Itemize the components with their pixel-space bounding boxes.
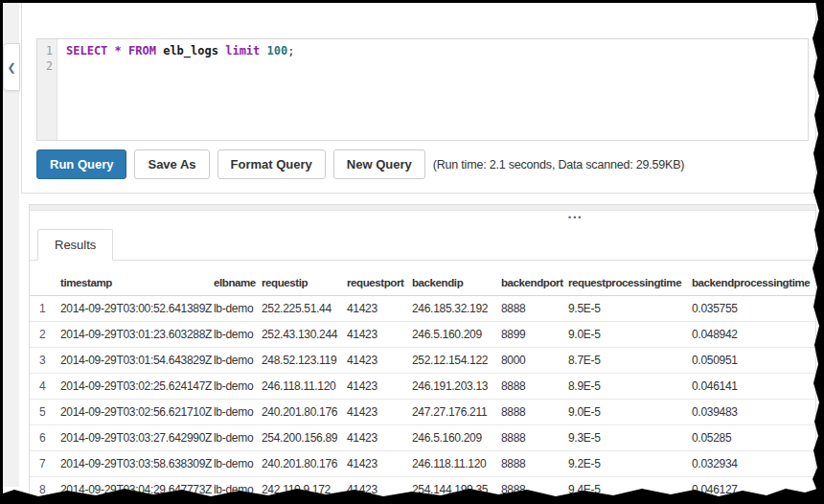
table-cell: 41423 bbox=[347, 400, 412, 425]
code-line[interactable]: SELECT * FROM elb_logs limit 100; bbox=[57, 39, 808, 140]
table-cell: 9.5E-5 bbox=[568, 296, 692, 322]
code-token: SELECT bbox=[66, 44, 115, 57]
table-cell: 2014-09-29T03:03:58.638309Z bbox=[60, 451, 214, 477]
table-cell: 8888 bbox=[501, 451, 568, 477]
table-cell: 0.050951 bbox=[692, 348, 824, 374]
table-cell: 8888 bbox=[501, 400, 568, 425]
table-cell: 9.2E-5 bbox=[568, 451, 692, 477]
row-number: 2 bbox=[30, 322, 60, 348]
table-row: 12014-09-29T03:00:52.641389Zlb-demo252.2… bbox=[30, 296, 824, 322]
table-cell: lb-demo bbox=[214, 322, 262, 348]
resize-handle-icon[interactable]: ••• bbox=[568, 213, 583, 222]
code-token: FROM bbox=[128, 44, 163, 57]
table-cell: 41423 bbox=[347, 451, 412, 477]
table-row: 22014-09-29T03:01:23.603288Zlb-demo252.4… bbox=[30, 322, 824, 348]
save-as-button[interactable]: Save As bbox=[134, 149, 209, 179]
row-number: 7 bbox=[30, 451, 60, 477]
table-cell: lb-demo bbox=[214, 400, 262, 425]
table-cell: 8888 bbox=[501, 296, 568, 322]
row-number: 1 bbox=[30, 296, 60, 322]
column-header: requestport bbox=[347, 270, 412, 296]
column-header: elbname bbox=[214, 270, 262, 296]
results-tab-bar: Results bbox=[30, 230, 815, 261]
code-token: * bbox=[115, 44, 128, 57]
results-header-row: timestampelbnamerequestiprequestportback… bbox=[30, 270, 824, 296]
table-cell: 8888 bbox=[501, 374, 568, 400]
table-cell: lb-demo bbox=[214, 296, 262, 322]
table-row: 62014-09-29T03:03:27.642990Zlb-demo254.2… bbox=[30, 425, 824, 451]
sql-editor[interactable]: 12 SELECT * FROM elb_logs limit 100; bbox=[36, 38, 809, 141]
table-cell: 41423 bbox=[347, 348, 412, 374]
editor-gutter: 12 bbox=[37, 39, 57, 140]
table-cell: 0.032934 bbox=[692, 451, 824, 477]
code-token: elb_logs bbox=[163, 44, 225, 57]
table-cell: 248.52.123.119 bbox=[262, 348, 347, 374]
table-cell: 2014-09-29T03:00:52.641389Z bbox=[60, 296, 214, 322]
table-cell: 2014-09-29T03:01:54.643829Z bbox=[60, 348, 214, 374]
table-cell: 252.12.154.122 bbox=[412, 348, 501, 374]
table-cell: 246.191.203.13 bbox=[412, 374, 501, 400]
chevron-left-icon: ❮ bbox=[7, 62, 15, 73]
code-token: ; bbox=[287, 44, 294, 57]
column-header: backendport bbox=[501, 270, 568, 296]
table-cell: 41423 bbox=[347, 374, 412, 400]
table-row: 52014-09-29T03:02:56.621710Zlb-demo240.2… bbox=[30, 400, 824, 425]
frame-border-left bbox=[0, 0, 3, 504]
table-cell: 246.5.160.209 bbox=[412, 322, 501, 348]
table-cell: 0.039483 bbox=[692, 400, 824, 425]
table-cell: lb-demo bbox=[214, 425, 262, 451]
table-cell: 246.185.32.192 bbox=[412, 296, 501, 322]
format-query-button[interactable]: Format Query bbox=[217, 149, 326, 179]
table-cell: 0.05285 bbox=[692, 425, 824, 451]
table-cell: 247.27.176.211 bbox=[412, 400, 501, 425]
results-table: timestampelbnamerequestiprequestportback… bbox=[30, 270, 824, 503]
column-header: backendprocessingtime bbox=[692, 270, 824, 296]
column-header bbox=[30, 270, 60, 296]
column-header: backendip bbox=[412, 270, 501, 296]
table-cell: lb-demo bbox=[214, 451, 262, 477]
torn-edge-right bbox=[811, 0, 824, 504]
collapse-panel-button[interactable]: ❮ bbox=[3, 43, 20, 91]
code-token: limit bbox=[225, 44, 266, 57]
new-query-button[interactable]: New Query bbox=[333, 149, 425, 179]
table-cell: 0.048942 bbox=[692, 322, 824, 348]
row-number: 6 bbox=[30, 425, 60, 451]
row-number: 5 bbox=[30, 400, 60, 425]
table-cell: 246.5.160.209 bbox=[412, 425, 501, 451]
query-toolbar: Run Query Save As Format Query New Query… bbox=[29, 149, 684, 179]
torn-edge-bottom bbox=[0, 487, 824, 504]
table-cell: lb-demo bbox=[214, 348, 262, 374]
panel-divider[interactable] bbox=[30, 205, 815, 211]
table-cell: 240.201.80.176 bbox=[262, 451, 347, 477]
run-query-button[interactable]: Run Query bbox=[36, 149, 126, 179]
column-header: timestamp bbox=[60, 270, 214, 296]
table-cell: 8888 bbox=[501, 425, 568, 451]
line-number: 2 bbox=[37, 58, 53, 74]
run-stats-text: (Run time: 2.1 seconds, Data scanned: 29… bbox=[433, 158, 684, 172]
row-number: 4 bbox=[30, 374, 60, 400]
table-cell: 240.201.80.176 bbox=[262, 400, 347, 425]
results-panel: ••• Results timestampelbnamerequestipreq… bbox=[29, 204, 816, 504]
table-cell: 252.43.130.244 bbox=[262, 322, 347, 348]
code-token: 100 bbox=[267, 44, 288, 57]
table-cell: 246.118.11.120 bbox=[262, 374, 347, 400]
table-cell: 246.118.11.120 bbox=[412, 451, 501, 477]
table-cell: 0.046141 bbox=[692, 374, 824, 400]
table-cell: 9.0E-5 bbox=[568, 400, 692, 425]
table-cell: 2014-09-29T03:02:56.621710Z bbox=[60, 400, 214, 425]
table-cell: 254.200.156.89 bbox=[262, 425, 347, 451]
table-cell: 252.225.51.44 bbox=[262, 296, 347, 322]
table-cell: 2014-09-29T03:03:27.642990Z bbox=[60, 425, 214, 451]
table-cell: 2014-09-29T03:01:23.603288Z bbox=[60, 322, 214, 348]
table-cell: 41423 bbox=[347, 296, 412, 322]
table-cell: 41423 bbox=[347, 322, 412, 348]
athena-query-console: ❮ 12 SELECT * FROM elb_logs limit 100; R… bbox=[0, 0, 824, 504]
table-cell: 9.3E-5 bbox=[568, 425, 692, 451]
tab-results[interactable]: Results bbox=[37, 229, 113, 261]
line-number: 1 bbox=[37, 43, 53, 58]
table-cell: lb-demo bbox=[214, 374, 262, 400]
results-table-body: 12014-09-29T03:00:52.641389Zlb-demo252.2… bbox=[30, 296, 824, 503]
table-row: 32014-09-29T03:01:54.643829Zlb-demo248.5… bbox=[30, 348, 824, 374]
row-number: 3 bbox=[30, 348, 60, 374]
table-cell: 8.7E-5 bbox=[568, 348, 692, 374]
